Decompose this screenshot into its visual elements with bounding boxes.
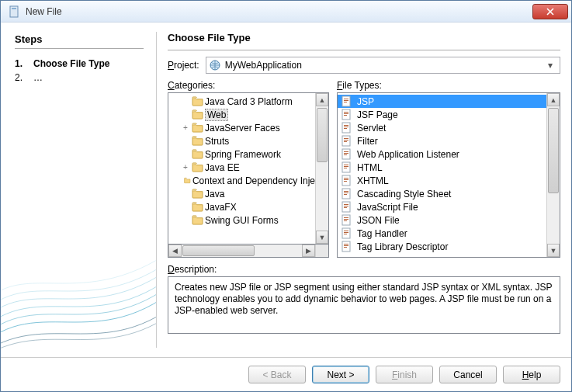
filetype-item[interactable]: JavaScript File: [338, 200, 546, 213]
category-item[interactable]: Context and Dependency Inje: [168, 174, 315, 187]
steps-heading: Steps: [15, 33, 144, 45]
project-row: Project: MyWebApplication ▾: [168, 57, 560, 74]
filetype-label: JSF Page: [357, 109, 398, 120]
filetype-item[interactable]: JSP: [338, 95, 546, 108]
scroll-up-button[interactable]: ▲: [547, 93, 560, 106]
category-item[interactable]: Spring Framework: [168, 147, 315, 161]
svg-rect-44: [344, 231, 348, 231]
filetype-item[interactable]: Cascading Style Sheet: [338, 187, 546, 200]
step-number: 2.: [15, 71, 26, 85]
category-item[interactable]: +Java EE: [168, 161, 315, 174]
step-item: 1. Choose File Type: [15, 57, 144, 71]
svg-rect-8: [344, 112, 348, 113]
category-item[interactable]: JavaFX: [168, 200, 315, 213]
globe-icon: [210, 60, 220, 71]
filetype-item[interactable]: JSON File: [338, 213, 546, 227]
help-button[interactable]: Help: [503, 366, 560, 383]
filetype-item[interactable]: HTML: [338, 161, 546, 174]
description-label: Description:: [168, 264, 217, 275]
horizontal-scrollbar[interactable]: ◀ ▶: [168, 245, 329, 258]
filetype-item[interactable]: Tag Library Descriptor: [338, 240, 546, 253]
svg-rect-24: [344, 165, 348, 165]
filetype-item[interactable]: Tag Handler: [338, 227, 546, 240]
svg-rect-41: [344, 219, 348, 220]
filetype-label: Servlet: [357, 123, 386, 134]
main-panel: Choose File Type Project: MyWebApplicati…: [157, 23, 571, 357]
category-label: Swing GUI Forms: [205, 215, 279, 226]
filetype-label: JSON File: [357, 215, 400, 226]
category-item[interactable]: Web: [168, 108, 315, 121]
back-button[interactable]: < Back: [248, 366, 306, 383]
cancel-button[interactable]: Cancel: [439, 366, 497, 383]
category-item[interactable]: +JavaServer Faces: [168, 121, 315, 134]
filetypes-listbox[interactable]: JSPJSF PageServletFilterWeb Application …: [337, 92, 560, 258]
scroll-down-button[interactable]: ▼: [547, 244, 560, 257]
filetype-item[interactable]: Servlet: [338, 121, 546, 134]
folder-icon: [184, 175, 190, 186]
filetype-label: Filter: [357, 136, 378, 147]
scroll-up-button[interactable]: ▲: [316, 93, 328, 106]
categories-items: Java Card 3 PlatformWeb+JavaServer Faces…: [168, 93, 315, 244]
category-item[interactable]: Swing GUI Forms: [168, 213, 315, 227]
divider: [15, 48, 144, 49]
file-icon: [341, 148, 352, 160]
scroll-left-button[interactable]: ◀: [168, 245, 182, 257]
scroll-track[interactable]: [547, 106, 560, 244]
svg-rect-32: [344, 191, 348, 192]
folder-icon: [192, 162, 203, 172]
category-item[interactable]: Struts: [168, 134, 315, 147]
filetype-label: JavaScript File: [357, 202, 418, 213]
filetype-item[interactable]: Web Application Listener: [338, 147, 546, 161]
categories-listbox[interactable]: Java Card 3 PlatformWeb+JavaServer Faces…: [168, 92, 329, 245]
svg-rect-30: [344, 181, 347, 182]
scroll-track[interactable]: [182, 245, 302, 257]
file-icon: [341, 161, 352, 173]
scroll-thumb[interactable]: [317, 108, 328, 162]
svg-rect-1: [12, 8, 16, 9]
vertical-scrollbar[interactable]: ▲ ▼: [546, 93, 560, 257]
category-label: Java: [205, 189, 224, 199]
svg-rect-9: [344, 113, 348, 114]
finish-button[interactable]: Finish: [376, 366, 433, 383]
scroll-thumb[interactable]: [548, 108, 559, 193]
description-area: Description: Creates new JSP file or JSP…: [168, 264, 560, 334]
filetype-label: Cascading Style Sheet: [357, 189, 451, 199]
next-button[interactable]: Next >: [312, 366, 369, 383]
filetype-item[interactable]: Filter: [338, 134, 546, 147]
svg-rect-47: [342, 241, 350, 252]
divider: [168, 50, 560, 50]
app-icon: [9, 5, 21, 18]
file-icon: [341, 227, 352, 239]
category-item[interactable]: Java: [168, 187, 315, 200]
filetype-item[interactable]: JSF Page: [338, 108, 546, 121]
category-item[interactable]: Java Card 3 Platform: [168, 95, 315, 108]
svg-rect-11: [342, 123, 350, 133]
scroll-down-button[interactable]: ▼: [316, 231, 328, 244]
filetype-label: JSP: [357, 96, 374, 107]
folder-icon: [192, 109, 203, 120]
filetype-label: Tag Library Descriptor: [357, 241, 448, 252]
scroll-thumb[interactable]: [182, 245, 255, 256]
scroll-track[interactable]: [316, 106, 328, 231]
folder-icon: [192, 123, 203, 133]
vertical-scrollbar[interactable]: ▲ ▼: [315, 93, 328, 244]
window-title: New File: [26, 6, 532, 17]
scroll-corner: [315, 245, 328, 257]
svg-rect-13: [344, 127, 348, 127]
dialog-window: New File Steps 1. Choose File Type 2. …: [0, 0, 572, 392]
project-value: MyWebApplication: [225, 60, 302, 71]
project-select[interactable]: MyWebApplication ▾: [206, 57, 560, 74]
scroll-right-button[interactable]: ▶: [302, 245, 315, 257]
svg-rect-38: [344, 207, 347, 208]
folder-icon: [192, 136, 203, 146]
expand-toggle[interactable]: +: [181, 123, 190, 132]
svg-rect-6: [344, 102, 347, 102]
filetype-item[interactable]: XHTML: [338, 174, 546, 187]
expand-toggle[interactable]: +: [181, 163, 190, 172]
close-icon: [546, 8, 554, 16]
svg-rect-18: [344, 141, 347, 142]
svg-rect-28: [344, 178, 348, 179]
close-button[interactable]: [532, 4, 568, 19]
lists-row: Categories: Java Card 3 PlatformWeb+Java…: [168, 80, 560, 258]
category-label: Java Card 3 Platform: [205, 96, 293, 107]
